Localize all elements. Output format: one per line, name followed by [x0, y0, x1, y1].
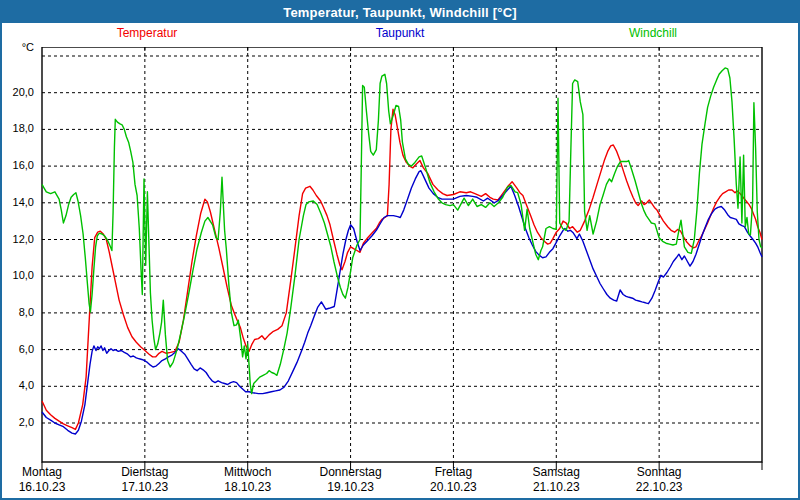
day-date: 18.10.23 [193, 480, 303, 495]
day-date: 16.10.23 [0, 480, 97, 495]
plot-area [40, 47, 764, 476]
day-name: Samstag [501, 465, 611, 480]
y-tick-label-8: 8,0 [2, 306, 34, 318]
day-date: 21.10.23 [501, 480, 611, 495]
plot-border [42, 47, 762, 462]
x-day-label-montag: Montag16.10.23 [0, 465, 97, 495]
y-tick-label-20: 20,0 [2, 86, 34, 98]
day-name: Freitag [398, 465, 508, 480]
day-name: Sonntag [604, 465, 714, 480]
y-tick-label-18: 18,0 [2, 122, 34, 134]
weather-chart-window: Temperatur, Taupunkt, Windchill [°C] Tem… [0, 0, 800, 500]
day-name: Dienstag [90, 465, 200, 480]
x-day-label-samstag: Samstag21.10.23 [501, 465, 611, 495]
chart-svg [40, 47, 764, 472]
legend-item-temperatur: Temperatur [67, 26, 227, 40]
y-tick-label-6: 6,0 [2, 343, 34, 355]
y-tick-label-14: 14,0 [2, 196, 34, 208]
day-name: Mittwoch [193, 465, 303, 480]
x-day-label-sonntag: Sonntag22.10.23 [604, 465, 714, 495]
x-day-label-mittwoch: Mittwoch18.10.23 [193, 465, 303, 495]
day-name: Donnerstag [296, 465, 406, 480]
y-tick-label-16: 16,0 [2, 159, 34, 171]
series-line-taupunkt [42, 171, 762, 434]
y-axis-unit-label: °C [2, 41, 34, 53]
x-day-label-dienstag: Dienstag17.10.23 [90, 465, 200, 495]
y-tick-label-10: 10,0 [2, 269, 34, 281]
x-day-label-donnerstag: Donnerstag19.10.23 [296, 465, 406, 495]
series-line-windchill [42, 68, 762, 394]
day-date: 19.10.23 [296, 480, 406, 495]
day-date: 20.10.23 [398, 480, 508, 495]
legend-item-taupunkt: Taupunkt [320, 26, 480, 40]
y-tick-label-4: 4,0 [2, 379, 34, 391]
day-name: Montag [0, 465, 97, 480]
x-axis-day-labels: Montag16.10.23Dienstag17.10.23Mittwoch18… [2, 465, 800, 499]
x-day-label-freitag: Freitag20.10.23 [398, 465, 508, 495]
day-date: 17.10.23 [90, 480, 200, 495]
window-title: Temperatur, Taupunkt, Windchill [°C] [2, 2, 798, 23]
y-tick-label-12: 12,0 [2, 233, 34, 245]
day-date: 22.10.23 [604, 480, 714, 495]
chart-legend: Temperatur Taupunkt Windchill [2, 26, 798, 42]
legend-item-windchill: Windchill [573, 26, 733, 40]
y-tick-label-2: 2,0 [2, 416, 34, 428]
